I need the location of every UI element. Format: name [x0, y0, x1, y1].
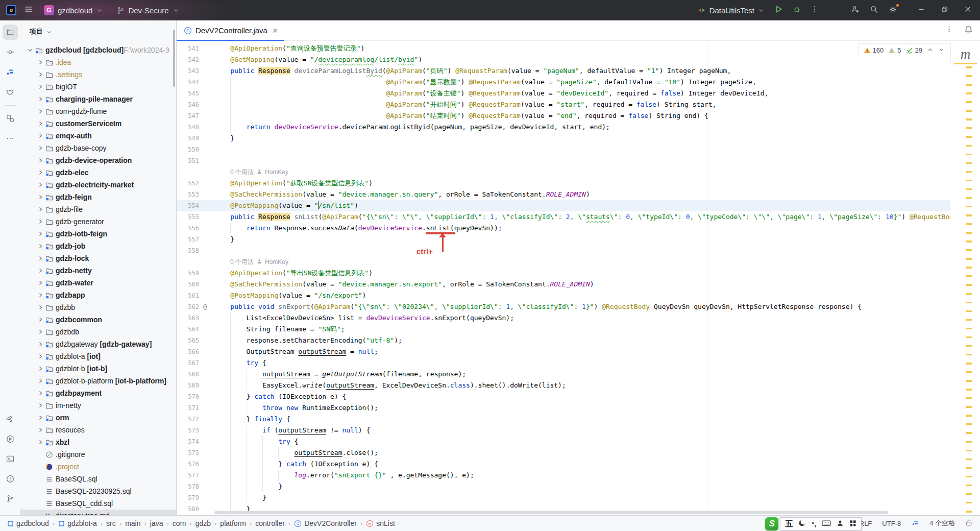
chevron-right-icon[interactable] [36, 157, 44, 163]
chevron-right-icon[interactable] [36, 268, 44, 274]
more-actions-kebab-icon[interactable] [811, 5, 819, 15]
code-line[interactable]: 559 @ApiOperation("导出SN设备类型信息列表") [177, 268, 950, 279]
warning-stripe-mark[interactable] [966, 162, 972, 164]
code-line[interactable]: 571 throw new RuntimeException(); [177, 402, 950, 414]
settings-gear-icon[interactable] [888, 5, 898, 16]
warning-stripe-mark[interactable] [966, 432, 972, 434]
chevron-right-icon[interactable] [36, 243, 44, 249]
usages-inlay-hint[interactable]: 0 个用法 [230, 256, 254, 268]
warning-stripe-mark[interactable] [966, 66, 972, 68]
line-number[interactable]: 580 [177, 503, 199, 515]
line-number[interactable]: 574 [177, 436, 199, 447]
warning-stripe-mark[interactable] [966, 258, 972, 260]
warning-stripe-mark[interactable] [966, 458, 972, 461]
code-line[interactable]: 545 @ApiParam("设备主键") @RequestParam(valu… [177, 88, 950, 99]
tree-item-gdzb-elec[interactable]: gdzb-elec [20, 166, 176, 179]
line-number[interactable]: 572 [177, 414, 199, 425]
tool-strip-problems-icon[interactable] [3, 471, 18, 487]
line-number[interactable]: 543 [177, 65, 199, 77]
warning-stripe-mark[interactable] [966, 84, 972, 86]
tree-item-.idea[interactable]: .idea [20, 56, 176, 68]
tree-item-gdzb-base-copy[interactable]: gdzb-base-copy [20, 142, 176, 154]
warning-stripe-mark[interactable] [966, 180, 972, 182]
code-line[interactable]: 573 if (outputStream != null) { [177, 425, 950, 436]
chevron-right-icon[interactable] [36, 120, 44, 127]
code-line[interactable]: 578 } [177, 481, 950, 492]
warning-stripe-mark[interactable] [966, 467, 972, 469]
warning-stripe-mark[interactable] [966, 127, 972, 129]
tree-item-gdzblot-a[interactable]: gdzblot-a [iot] [20, 350, 176, 363]
warning-stripe-mark[interactable] [966, 511, 972, 513]
run-configuration-selector[interactable]: DataUtilsTest [697, 6, 765, 15]
author-inlay-hint[interactable]: HomKey [265, 256, 288, 268]
chevron-right-icon[interactable] [36, 255, 44, 261]
chevron-right-icon[interactable] [36, 219, 44, 225]
tree-item-basesql-cdd.sql[interactable]: BaseSQL_cdd.sql [20, 497, 176, 510]
search-everywhere-icon[interactable] [869, 5, 879, 16]
warning-stripe-mark[interactable] [966, 485, 972, 487]
breadcrumb-item-com[interactable]: com [173, 519, 186, 527]
tab-devv2controller[interactable]: C DevV2Controller.java ✕ [177, 20, 284, 41]
tree-item-.project[interactable]: .project [20, 461, 176, 473]
line-number[interactable]: 560 [177, 279, 199, 290]
code-line[interactable]: 550 [177, 144, 950, 155]
warning-stripe-mark[interactable] [966, 441, 972, 443]
breadcrumb-item-snlist[interactable]: msnList [366, 519, 395, 527]
ime-user-icon[interactable] [837, 519, 844, 528]
tree-item-gdzb-lock[interactable]: gdzb-lock [20, 252, 176, 264]
run-button[interactable] [774, 5, 783, 16]
line-number[interactable]: 557 [177, 234, 199, 245]
warning-stripe-mark[interactable] [966, 214, 972, 216]
chevron-right-icon[interactable] [36, 145, 44, 151]
line-number[interactable]: 565 [177, 335, 199, 346]
tree-item-gdzblot-b[interactable]: gdzblot-b [iot-b] [20, 363, 176, 375]
tree-item-charging-pile-manager[interactable]: charging-pile-manager [20, 93, 176, 105]
line-number[interactable]: 547 [177, 110, 199, 122]
warning-stripe-mark[interactable] [966, 502, 972, 504]
author-inlay-hint[interactable]: HomKey [265, 166, 288, 178]
tool-strip-commit-icon[interactable] [3, 44, 18, 60]
tool-strip-shield-plugin-icon[interactable] [3, 84, 18, 100]
chevron-right-icon[interactable] [36, 59, 44, 65]
chevron-right-icon[interactable] [36, 378, 44, 384]
breadcrumb-item-controller[interactable]: controller [255, 519, 285, 527]
code-line[interactable]: 552 @ApiOperation("获取SN设备类型信息列表") [177, 178, 950, 189]
chevron-right-icon[interactable] [36, 84, 44, 90]
warning-stripe-mark[interactable] [966, 267, 972, 269]
vcs-branch-widget[interactable]: Dev-Secure [113, 4, 182, 17]
warning-stripe-mark[interactable] [966, 371, 972, 373]
main-menu-burger-icon[interactable] [23, 4, 34, 16]
warning-stripe-mark[interactable] [966, 476, 972, 478]
code-editor[interactable]: 541 @ApiOperation("查询设备预警告警记录")542 @GetM… [177, 41, 980, 515]
code-line[interactable]: 541 @ApiOperation("查询设备预警告警记录") [177, 43, 950, 54]
gutter-annotation-icon[interactable]: @ [203, 301, 207, 312]
line-number[interactable]: 575 [177, 447, 199, 458]
chevron-right-icon[interactable] [36, 317, 44, 323]
line-number[interactable]: 568 [177, 369, 199, 380]
code-line[interactable]: 562@ public void snExport(@ApiParam("{\"… [177, 301, 950, 312]
window-close-button[interactable] [964, 5, 972, 15]
project-widget[interactable]: G gzdbcloud [41, 3, 106, 17]
warning-stripe-mark[interactable] [966, 293, 972, 295]
warning-stripe-mark[interactable] [966, 188, 972, 190]
tree-item-bigiot[interactable]: bigIOT [20, 81, 176, 93]
warning-stripe-mark[interactable] [966, 197, 972, 199]
warning-stripe-mark[interactable] [966, 397, 972, 399]
chevron-right-icon[interactable] [36, 194, 44, 200]
tree-item-com-gdzb-flume[interactable]: com-gdzb-flume [20, 105, 176, 117]
tree-item-gdzb-iotb-feign[interactable]: gdzb-iotb-feign [20, 228, 176, 240]
line-number[interactable]: 578 [177, 481, 199, 492]
chevron-right-icon[interactable] [36, 439, 44, 445]
tree-item-gdzbb[interactable]: gdzbb [20, 301, 176, 313]
inlay-hint-row[interactable]: 0 个用法HomKey [177, 256, 950, 268]
chevron-right-icon[interactable] [36, 206, 44, 212]
warning-stripe-mark[interactable] [966, 75, 972, 77]
warning-stripe-mark[interactable] [966, 302, 972, 304]
tree-item-gzdbcloud-gdzbcloud-[interactable]: gzdbcloud [gdzbcloud] F:\work2024-3 [20, 44, 176, 56]
code-line[interactable]: 565 response.setCharacterEncoding("utf-8… [177, 335, 950, 346]
code-line[interactable]: 572 } finally { [177, 414, 950, 425]
tree-item-gdzb-generator[interactable]: gdzb-generator [20, 215, 176, 228]
code-line[interactable]: 560 @SaCheckPermission(value = "device.m… [177, 279, 950, 290]
chevron-right-icon[interactable] [36, 292, 44, 298]
encoding-widget[interactable]: UTF-8 [882, 520, 901, 527]
